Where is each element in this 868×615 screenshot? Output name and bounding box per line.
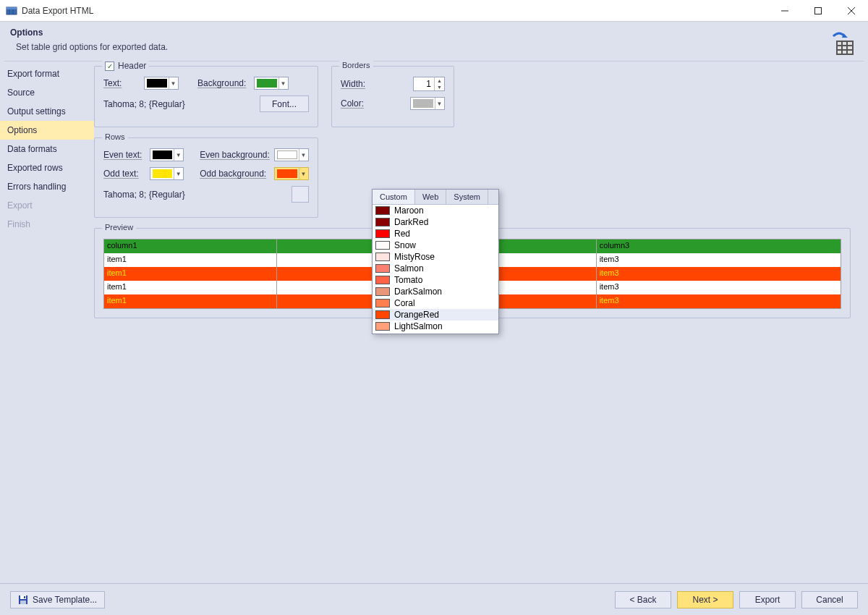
svg-rect-13 — [838, 46, 841, 49]
svg-rect-17 — [843, 51, 846, 54]
color-tab-web[interactable]: Web — [415, 190, 446, 204]
rows-legend: Rows — [102, 132, 128, 141]
rows-font-button-partial[interactable] — [292, 186, 309, 203]
preview-cell: item1 — [104, 281, 277, 294]
preview-cell: item3 — [597, 281, 841, 294]
sidebar: Export formatSourceOutput settingsOption… — [0, 62, 94, 590]
preview-cell: item1 — [104, 294, 277, 308]
header-legend: ✓Header — [102, 61, 149, 71]
export-button[interactable]: Export — [739, 591, 796, 608]
color-tab-system[interactable]: System — [446, 190, 488, 204]
preview-cell: item1 — [104, 253, 277, 267]
app-icon — [6, 5, 17, 17]
even-text-color[interactable]: ▼ — [150, 148, 184, 161]
sidebar-item-export-format[interactable]: Export format — [0, 64, 94, 83]
sidebar-item-source[interactable]: Source — [0, 83, 94, 102]
preview-header-cell: column1 — [104, 239, 277, 253]
page-header: Options Set table grid options for expor… — [0, 22, 868, 61]
svg-rect-11 — [843, 42, 846, 45]
titlebar: Data Export HTML — [0, 0, 868, 22]
color-item-darkred[interactable]: DarkRed — [373, 216, 498, 228]
svg-rect-14 — [843, 46, 846, 49]
rows-group: Rows Even text: ▼ Even background: ▼ Odd… — [94, 137, 318, 218]
svg-rect-16 — [838, 51, 841, 54]
even-bg-label: Even background: — [200, 150, 270, 160]
color-item-darksalmon[interactable]: DarkSalmon — [373, 286, 498, 297]
border-width-label: Width: — [341, 79, 375, 89]
export-grid-icon — [829, 32, 855, 58]
color-item-red[interactable]: Red — [373, 228, 498, 239]
disk-icon — [18, 595, 28, 605]
odd-text-label: Odd text: — [103, 169, 145, 179]
header-bg-color[interactable]: ▼ — [254, 77, 289, 90]
svg-rect-22 — [24, 596, 25, 598]
next-button[interactable]: Next > — [677, 591, 733, 608]
preview-cell: item3 — [597, 253, 841, 267]
close-button[interactable] — [835, 0, 868, 22]
even-text-label: Even text: — [103, 150, 145, 160]
border-color[interactable]: ▼ — [410, 97, 445, 110]
color-picker-tabs: CustomWebSystem — [373, 190, 498, 205]
color-item-salmon[interactable]: Salmon — [373, 263, 498, 274]
sidebar-item-output-settings[interactable]: Output settings — [0, 102, 94, 121]
color-picker-list[interactable]: MaroonDarkRedRedSnowMistyRoseSalmonTomat… — [373, 205, 498, 334]
svg-rect-12 — [848, 42, 852, 45]
color-item-snow[interactable]: Snow — [373, 239, 498, 251]
page-subtitle: Set table grid options for exported data… — [10, 42, 858, 52]
header-bg-label: Background: — [197, 78, 250, 88]
color-item-lightsalmon[interactable]: LightSalmon — [373, 321, 498, 332]
back-button[interactable]: < Back — [615, 591, 671, 608]
borders-legend: Borders — [339, 61, 373, 69]
preview-cell: item3 — [597, 294, 841, 308]
color-picker-popup: CustomWebSystem MaroonDarkRedRedSnowMist… — [372, 189, 499, 334]
svg-rect-1 — [7, 7, 17, 9]
sidebar-item-export: Export — [0, 196, 94, 215]
border-color-label: Color: — [341, 98, 375, 109]
window-title: Data Export HTML — [22, 6, 768, 16]
even-bg-color[interactable]: ▼ — [274, 148, 309, 161]
svg-rect-10 — [838, 42, 841, 45]
save-template-button[interactable]: Save Template... — [10, 591, 105, 608]
color-item-coral[interactable]: Coral — [373, 297, 498, 309]
header-font-button[interactable]: Font... — [260, 96, 309, 112]
page-title: Options — [10, 27, 858, 38]
minimize-button[interactable] — [768, 0, 801, 22]
borders-group: Borders Width: ▲▼ Color: ▼ — [331, 66, 454, 127]
odd-bg-color[interactable]: ▼ — [274, 167, 309, 180]
svg-rect-18 — [848, 51, 852, 54]
content: ✓Header Text: ▼ Background: ▼ Tahoma; 8;… — [94, 62, 868, 590]
color-item-sienna[interactable]: Sienna — [373, 332, 498, 334]
cancel-button[interactable]: Cancel — [801, 591, 858, 608]
color-item-tomato[interactable]: Tomato — [373, 274, 498, 286]
sidebar-item-data-formats[interactable]: Data formats — [0, 140, 94, 158]
header-text-label: Text: — [103, 78, 140, 88]
header-checkbox[interactable]: ✓ — [105, 62, 114, 71]
svg-rect-21 — [20, 601, 26, 604]
svg-rect-15 — [848, 46, 852, 49]
maximize-button[interactable] — [801, 0, 835, 22]
color-item-mistyrose[interactable]: MistyRose — [373, 251, 498, 263]
svg-rect-5 — [815, 7, 822, 14]
sidebar-item-options[interactable]: Options — [0, 121, 94, 140]
footer: Save Template... < Back Next > Export Ca… — [0, 583, 868, 615]
sidebar-item-exported-rows[interactable]: Exported rows — [0, 158, 94, 177]
color-item-orangered[interactable]: OrangeRed — [373, 309, 498, 321]
sidebar-item-finish: Finish — [0, 215, 94, 234]
odd-bg-label: Odd background: — [200, 169, 270, 179]
preview-cell: item3 — [597, 267, 841, 281]
header-font-desc: Tahoma; 8; {Regular} — [103, 99, 255, 109]
color-tab-custom[interactable]: Custom — [373, 190, 415, 204]
header-text-color[interactable]: ▼ — [144, 77, 179, 90]
odd-text-color[interactable]: ▼ — [150, 167, 184, 180]
preview-header-cell: column3 — [597, 239, 841, 253]
header-group: ✓Header Text: ▼ Background: ▼ Tahoma; 8;… — [94, 66, 318, 127]
sidebar-item-errors-handling[interactable]: Errors handling — [0, 177, 94, 196]
border-width-spinner[interactable]: ▲▼ — [413, 77, 445, 91]
color-item-maroon[interactable]: Maroon — [373, 205, 498, 216]
rows-font-desc: Tahoma; 8; {Regular} — [103, 190, 287, 200]
preview-legend: Preview — [102, 223, 136, 232]
preview-cell: item1 — [104, 267, 277, 281]
